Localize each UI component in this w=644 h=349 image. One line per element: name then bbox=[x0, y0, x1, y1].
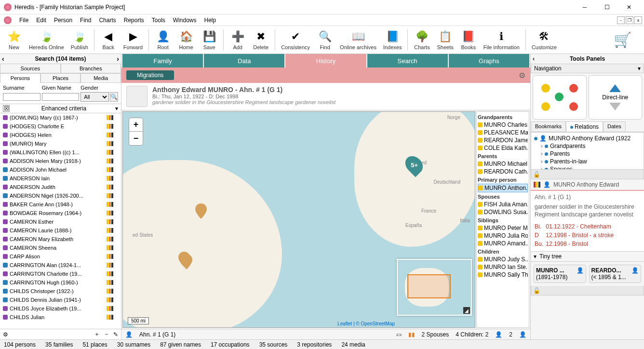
tab-branches[interactable]: Branches bbox=[61, 64, 121, 73]
enhanced-checkbox[interactable]: ☒ bbox=[3, 105, 10, 112]
person-row[interactable]: CHILDS Joyce Elizabeth (19... bbox=[0, 304, 121, 313]
gear-icon[interactable]: ⚙ bbox=[3, 331, 8, 338]
cart-icon[interactable]: 🛒 bbox=[614, 31, 631, 48]
gender-select[interactable]: All bbox=[80, 92, 109, 102]
relation-item[interactable]: REARDON Jame... bbox=[478, 136, 528, 144]
add-icon[interactable]: ＋ bbox=[94, 330, 100, 338]
enhanced-criteria-row[interactable]: ☒ Enhanced criteria ▾ bbox=[0, 104, 121, 113]
toolbar-publish[interactable]: 🍃Publish bbox=[68, 29, 91, 51]
mdi-close[interactable]: x bbox=[634, 16, 642, 24]
relation-item[interactable]: MUNRO Charles... bbox=[478, 121, 528, 129]
toolbar-delete[interactable]: ✖Delete bbox=[250, 29, 272, 51]
lock-icon[interactable]: 🔓 bbox=[533, 287, 540, 294]
zoom-out-button[interactable]: − bbox=[129, 132, 143, 145]
menu-tools[interactable]: Tools bbox=[152, 17, 165, 24]
expand-icon[interactable]: › bbox=[541, 166, 543, 170]
person-row[interactable]: (DOWLING) Mary ((c) 1867-) bbox=[0, 113, 121, 122]
tree-row[interactable]: ›Grandparents bbox=[533, 142, 642, 150]
edit-icon[interactable]: ✎ bbox=[113, 331, 118, 338]
zoom-in-button[interactable]: + bbox=[129, 118, 143, 132]
close-button[interactable]: ✕ bbox=[618, 0, 640, 14]
chevron-down-icon[interactable]: ▾ bbox=[534, 253, 537, 260]
person-row[interactable]: (MUNRO) Mary bbox=[0, 139, 121, 148]
person-row[interactable]: CAMERON Esther bbox=[0, 217, 121, 226]
relation-item[interactable]: MUNRO Ian Ste... bbox=[478, 263, 528, 271]
toolbar-home[interactable]: 🏠Home bbox=[175, 29, 197, 51]
minimize-button[interactable]: ─ bbox=[574, 0, 596, 14]
menu-help[interactable]: Help bbox=[204, 17, 216, 24]
relations-tree[interactable]: 👤MUNRO Anthony Edward (1922›Grandparents… bbox=[531, 132, 644, 170]
person-row[interactable]: ANDERSON Iain bbox=[0, 174, 121, 183]
chevron-right-icon[interactable]: › bbox=[117, 55, 119, 63]
givenname-input[interactable] bbox=[42, 93, 80, 101]
menu-reports[interactable]: Reports bbox=[124, 17, 144, 24]
relation-item[interactable]: MUNRO Michael... bbox=[478, 160, 528, 168]
footer-bars-icon[interactable]: ▮▮ bbox=[408, 331, 415, 338]
tab-search[interactable]: Search bbox=[367, 54, 448, 67]
tab-family[interactable]: Family bbox=[122, 54, 203, 67]
person-row[interactable]: CARP Alison bbox=[0, 252, 121, 261]
person-row[interactable]: (HODGES) Helen bbox=[0, 131, 121, 139]
tiny-tree-card[interactable]: REARDO...👤(< 1895 & 1... bbox=[589, 265, 642, 283]
family-nav-card[interactable] bbox=[533, 75, 587, 120]
tab-graphs[interactable]: Graphs bbox=[449, 54, 529, 67]
surname-input[interactable] bbox=[3, 93, 40, 101]
footer-icon-1[interactable]: ▭ bbox=[396, 331, 402, 338]
navigation-header[interactable]: Navigation ▾ bbox=[531, 64, 644, 73]
relation-item[interactable]: MUNRO Peter M... bbox=[478, 224, 528, 232]
remove-icon[interactable]: － bbox=[104, 330, 109, 338]
relation-item[interactable]: REARDON Cath... bbox=[478, 168, 528, 175]
person-row[interactable]: CAMERON Sheena bbox=[0, 243, 121, 252]
chevron-left-icon[interactable]: ‹ bbox=[2, 55, 4, 63]
person-row[interactable]: CARRINGTON Charlotte (19... bbox=[0, 269, 121, 278]
menu-edit[interactable]: Edit bbox=[36, 17, 46, 24]
minimap[interactable]: ◢ bbox=[397, 259, 472, 316]
migration-map[interactable]: ed States United Deutschland France Espa… bbox=[122, 111, 475, 328]
person-row[interactable]: BOWDAGE Rosemary (1964-) bbox=[0, 209, 121, 217]
person-row[interactable]: (HODGES) Charlotte E bbox=[0, 122, 121, 131]
person-row[interactable]: ANDERSON Nigel (1926-200... bbox=[0, 191, 121, 200]
toolbar-root[interactable]: 👤Root bbox=[152, 29, 174, 51]
tab-places[interactable]: Places bbox=[40, 73, 81, 83]
person-row[interactable]: CHILDS Julian bbox=[0, 313, 121, 322]
expand-icon[interactable]: › bbox=[541, 143, 543, 149]
tab-sources[interactable]: Sources bbox=[0, 64, 61, 73]
tab-data[interactable]: Data bbox=[204, 54, 284, 67]
map-marker-1[interactable] bbox=[195, 203, 207, 219]
settings-gear-icon[interactable]: ⚙ bbox=[519, 71, 525, 80]
person-row[interactable]: CARRINGTON Hugh (1960-) bbox=[0, 278, 121, 287]
rtab-bookmarks[interactable]: Bookmarks bbox=[531, 121, 566, 132]
search-button[interactable]: 🔍 bbox=[110, 92, 118, 102]
person-row[interactable]: CAMERON Mary Elizabeth bbox=[0, 235, 121, 243]
person-row[interactable]: CHILDS Dennis Julian (1941-) bbox=[0, 295, 121, 304]
map-marker-3[interactable] bbox=[181, 254, 192, 269]
chevron-left-icon[interactable]: ‹ bbox=[533, 55, 535, 62]
toolbar-back[interactable]: ◀Back bbox=[97, 29, 120, 51]
toolbar-find[interactable]: 🔍Find bbox=[314, 29, 336, 51]
tree-row[interactable]: ›Spouses bbox=[533, 165, 642, 170]
menu-windows[interactable]: Windows bbox=[173, 17, 197, 24]
person-row[interactable]: CARRINGTON Alan (1924-1... bbox=[0, 261, 121, 269]
toolbar-indexes[interactable]: 📘Indexes bbox=[380, 29, 405, 51]
relation-item[interactable]: DOWLING Susa... bbox=[478, 208, 528, 216]
toolbar-sheets[interactable]: 📋Sheets bbox=[434, 29, 456, 51]
relation-item[interactable]: MUNRO Amand... bbox=[478, 240, 528, 247]
map-attribution[interactable]: Leaflet | © OpenStreetMap bbox=[337, 321, 395, 326]
toolbar-consistency[interactable]: ✔Consistency bbox=[278, 29, 313, 51]
person-row[interactable]: CAMERON Laurie (1888-) bbox=[0, 226, 121, 235]
tree-row[interactable]: 👤MUNRO Anthony Edward (1922 bbox=[533, 134, 642, 142]
migrations-pill[interactable]: Migrations bbox=[126, 70, 174, 80]
relation-item[interactable]: MUNRO Julia Ro... bbox=[478, 232, 528, 240]
person-row[interactable]: ADDISON John Michael bbox=[0, 165, 121, 174]
toolbar-charts[interactable]: 🌳Charts bbox=[411, 29, 433, 51]
mdi-minimize[interactable]: - bbox=[617, 16, 625, 24]
person-row[interactable]: (WALLINGTON) Ellen ((c) 1... bbox=[0, 148, 121, 157]
chevron-down-icon[interactable]: ▾ bbox=[638, 65, 641, 72]
lock-icon[interactable]: 🔓 bbox=[533, 171, 540, 178]
expand-icon[interactable]: › bbox=[541, 158, 543, 165]
minimap-close-icon[interactable]: ◢ bbox=[463, 307, 470, 314]
relation-item[interactable]: MUNRO Sally Th... bbox=[478, 271, 528, 279]
menu-charts[interactable]: Charts bbox=[99, 17, 116, 24]
toolbar-books[interactable]: 📕Books bbox=[457, 29, 480, 51]
tree-row[interactable]: ›Parents-in-law bbox=[533, 158, 642, 165]
